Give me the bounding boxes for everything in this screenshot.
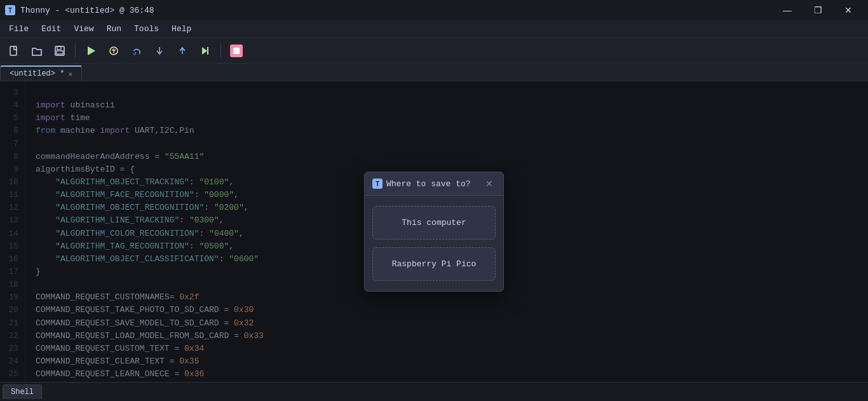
editor-area: 3 4 5 6 7 8 9 10 11 12 13 14 15 16 17 18… xyxy=(0,81,868,382)
new-file-button[interactable] xyxy=(4,41,24,61)
modal-header: T Where to save to? ✕ xyxy=(365,172,503,196)
close-button[interactable]: ✕ xyxy=(834,0,863,20)
modal-overlay: T Where to save to? ✕ This computer Rasp… xyxy=(0,81,868,382)
toolbar: ↺ xyxy=(0,38,868,64)
svg-marker-11 xyxy=(202,47,207,55)
step-over-button[interactable]: ↺ xyxy=(126,41,147,61)
tab-close-button[interactable]: ✕ xyxy=(68,70,72,78)
menu-tools[interactable]: Tools xyxy=(128,23,165,35)
save-to-this-computer-button[interactable]: This computer xyxy=(372,206,496,240)
svg-marker-4 xyxy=(88,46,95,55)
debug-button[interactable] xyxy=(104,41,124,61)
stop-button[interactable] xyxy=(226,41,247,61)
editor-tab-untitled[interactable]: <untitled> * ✕ xyxy=(0,65,82,81)
maximize-button[interactable]: ❐ xyxy=(803,0,832,20)
modal-title-text: Where to save to? xyxy=(386,179,471,189)
menu-view[interactable]: View xyxy=(67,23,100,35)
modal-title: T Where to save to? xyxy=(372,179,471,189)
menu-file[interactable]: File xyxy=(3,23,35,35)
step-into-button[interactable] xyxy=(149,41,170,61)
toolbar-separator-1 xyxy=(75,43,76,58)
svg-rect-3 xyxy=(57,51,63,54)
stop-icon xyxy=(230,44,243,57)
modal-thonny-icon: T xyxy=(372,179,383,189)
menu-help[interactable]: Help xyxy=(165,23,198,35)
shell-bar: Shell xyxy=(0,382,868,401)
title-bar-title: Thonny - <untitled> @ 36:48 xyxy=(20,6,154,15)
tab-bar: <untitled> * ✕ xyxy=(0,64,868,81)
tab-label: <untitled> * xyxy=(10,69,64,78)
svg-text:↺: ↺ xyxy=(133,51,137,56)
save-dialog: T Where to save to? ✕ This computer Rasp… xyxy=(364,172,504,292)
svg-rect-0 xyxy=(10,46,17,55)
thonny-icon: T xyxy=(5,5,15,15)
save-to-raspberry-pi-pico-button[interactable]: Raspberry Pi Pico xyxy=(372,247,496,281)
shell-tab[interactable]: Shell xyxy=(3,384,42,399)
minimize-button[interactable]: — xyxy=(773,0,802,20)
title-bar-controls: — ❐ ✕ xyxy=(773,0,863,20)
toolbar-separator-2 xyxy=(220,43,221,58)
save-file-button[interactable] xyxy=(50,41,70,61)
resume-button[interactable] xyxy=(195,41,215,61)
modal-body: This computer Raspberry Pi Pico xyxy=(365,196,503,291)
menu-bar: File Edit View Run Tools Help xyxy=(0,20,868,38)
title-bar: T Thonny - <untitled> @ 36:48 — ❐ ✕ xyxy=(0,0,868,20)
open-file-button[interactable] xyxy=(27,41,47,61)
menu-edit[interactable]: Edit xyxy=(35,23,67,35)
stop-inner xyxy=(233,48,240,54)
step-out-button[interactable] xyxy=(172,41,193,61)
run-button[interactable] xyxy=(81,41,101,61)
modal-close-button[interactable]: ✕ xyxy=(483,177,496,190)
menu-run[interactable]: Run xyxy=(100,23,128,35)
title-bar-left: T Thonny - <untitled> @ 36:48 xyxy=(5,5,154,15)
